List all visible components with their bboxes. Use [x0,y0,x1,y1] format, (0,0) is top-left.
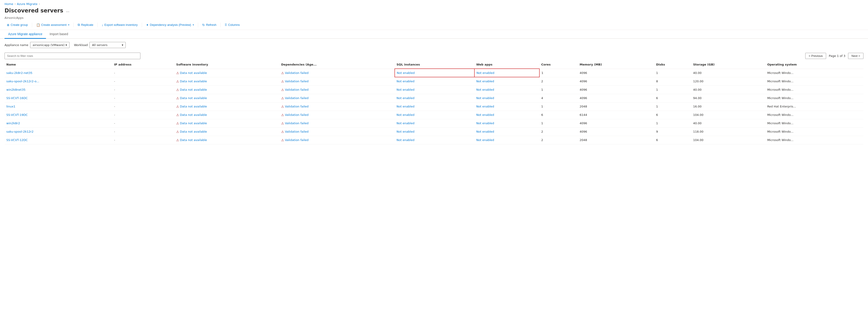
cell-software: ⚠ Data not available [174,69,279,77]
page-header: Discovered servers ... [0,6,868,16]
cell-disks: 6 [654,94,691,102]
cell-cores: 1 [539,119,578,127]
deps-value[interactable]: Validation failed [285,71,308,75]
breadcrumb-home[interactable]: Home [4,2,13,6]
sql-value[interactable]: Not enabled [397,105,414,108]
webapps-value[interactable]: Not enabled [476,88,494,91]
sql-value[interactable]: Not enabled [397,88,414,91]
cell-name: saku-2k8r2-net35 [4,69,112,77]
create-group-button[interactable]: ⊕ Create group [4,22,30,28]
deps-value[interactable]: Validation failed [285,138,308,142]
workload-select[interactable]: All servers ▾ [89,42,126,48]
deps-value[interactable]: Validation failed [285,130,308,133]
cell-ip: - [112,94,174,102]
columns-button[interactable]: ⠿ Columns [222,22,242,28]
breadcrumb: Home › Azure Migrate › [0,0,868,6]
webapps-value[interactable]: Not enabled [476,105,494,108]
deps-value[interactable]: Validation failed [285,88,308,91]
sql-value[interactable]: Not enabled [397,130,414,133]
software-error-icon: ⚠ [176,80,179,83]
deps-status: ⚠ Validation failed [281,121,393,125]
webapps-value[interactable]: Not enabled [476,113,494,117]
deps-error-icon: ⚠ [281,138,284,142]
webapps-value[interactable]: Not enabled [476,130,494,133]
software-value[interactable]: Data not available [180,71,207,75]
webapps-value[interactable]: Not enabled [476,71,494,75]
software-value[interactable]: Data not available [180,80,207,83]
cell-disks: 8 [654,77,691,85]
search-input[interactable] [4,53,141,59]
deps-value[interactable]: Validation failed [285,121,308,125]
server-name-link[interactable]: linux1 [6,105,16,108]
more-options-button[interactable]: ... [65,8,70,13]
software-value[interactable]: Data not available [180,113,207,117]
appliance-select[interactable]: airsonicapp (VMware) ▾ [30,42,69,48]
server-name-link[interactable]: win2k8r2 [6,121,20,125]
sql-value[interactable]: Not enabled [397,96,414,100]
tab-azure-migrate[interactable]: Azure Migrate appliance [4,30,46,39]
page-subtitle: AirsonicApps [0,16,868,20]
sql-value[interactable]: Not enabled [397,121,414,125]
deps-error-icon: ⚠ [281,130,284,134]
server-name-link[interactable]: SS-VCVT-12DC [6,138,28,142]
replicate-button[interactable]: ⧉ Replicate [75,22,96,28]
cell-name: saku-spool-2k12r2-o... [4,77,112,85]
os-value: Microsoft Windo... [767,88,794,91]
server-name-link[interactable]: SS-VCVT-19DC [6,113,28,117]
breadcrumb-azure-migrate[interactable]: Azure Migrate [17,2,38,6]
cell-cores: 1 [539,69,578,77]
software-error-icon: ⚠ [176,88,179,92]
webapps-value[interactable]: Not enabled [476,96,494,100]
software-value[interactable]: Data not available [180,88,207,91]
software-value[interactable]: Data not available [180,138,207,142]
webapps-value[interactable]: Not enabled [476,138,494,142]
software-value[interactable]: Data not available [180,130,207,133]
software-status: ⚠ Data not available [176,80,278,83]
tab-import-based[interactable]: Import based [46,30,72,39]
cell-storage: 16.00 [691,102,766,111]
cell-cores: 6 [539,111,578,119]
server-name-link[interactable]: win2k8net35 [6,88,25,91]
tab-bar: Azure Migrate appliance Import based [0,30,868,39]
workload-filter-group: Workload All servers ▾ [74,42,126,48]
deps-value[interactable]: Validation failed [285,80,308,83]
software-value[interactable]: Data not available [180,121,207,125]
os-value: Microsoft Windo... [767,80,794,83]
server-name-link[interactable]: saku-2k8r2-net35 [6,71,32,75]
software-value[interactable]: Data not available [180,96,207,100]
webapps-value[interactable]: Not enabled [476,121,494,125]
deps-value[interactable]: Validation failed [285,105,308,108]
cell-webapps: Not enabled [474,77,539,85]
table-row: win2k8r2 - ⚠ Data not available ⚠ Valida… [4,119,864,127]
next-button[interactable]: Next > [848,53,864,59]
export-button[interactable]: ↓ Export software inventory [99,22,140,28]
sql-value[interactable]: Not enabled [397,71,415,75]
previous-button[interactable]: < Previous [805,53,826,59]
webapps-value[interactable]: Not enabled [476,80,494,83]
sql-value[interactable]: Not enabled [397,113,414,117]
sql-value[interactable]: Not enabled [397,138,414,142]
cell-name: saku-spool-2k12r2 [4,127,112,136]
col-deps: Dependencies (Age... [279,60,395,69]
server-name-link[interactable]: SS-VCVT-16DC [6,96,28,100]
create-assessment-chevron: ▾ [68,24,69,26]
cell-disks: 1 [654,69,691,77]
refresh-button[interactable]: ↻ Refresh [200,22,219,28]
deps-status: ⚠ Validation failed [281,113,393,117]
server-name-link[interactable]: saku-spool-2k12r2 [6,130,33,133]
deps-value[interactable]: Validation failed [285,96,308,100]
create-assessment-button[interactable]: 📋 Create assessment ▾ [34,22,71,28]
deps-error-icon: ⚠ [281,113,284,117]
col-ip: IP address [112,60,174,69]
cell-ip: - [112,102,174,111]
server-name-link[interactable]: saku-spool-2k12r2-o... [6,80,39,83]
ip-value: - [114,121,115,125]
page-title: Discovered servers [4,7,63,14]
dependency-analysis-button[interactable]: ✦ Dependency analysis (Preview) ▾ [144,22,196,28]
pagination: < Previous Page 1 of 3 Next > [805,53,864,59]
deps-value[interactable]: Validation failed [285,113,308,117]
sql-value[interactable]: Not enabled [397,80,414,83]
cell-software: ⚠ Data not available [174,94,279,102]
software-value[interactable]: Data not available [180,105,207,108]
col-webapps: Web apps [474,60,539,69]
